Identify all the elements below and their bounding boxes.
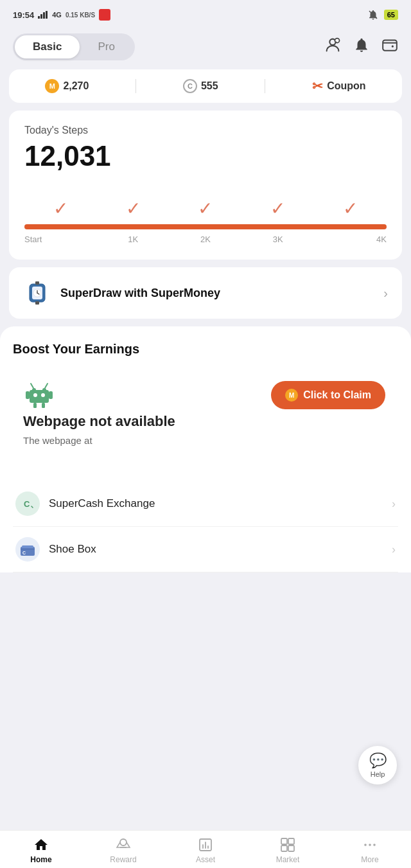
bottom-nav: Home Reward Asset Market More (0, 830, 411, 868)
steps-card: Today's Steps 12,031 ✓ ✓ ✓ ✓ ✓ Start 1K … (9, 111, 402, 260)
m-coins[interactable]: M 2,270 (45, 79, 89, 93)
help-fab[interactable]: 💬 Help (358, 746, 397, 784)
m-value: 2,270 (63, 80, 89, 92)
svg-rect-13 (35, 301, 39, 305)
milestone-labels: Start 1K 2K 3K 4K (24, 235, 387, 244)
android-error-icon (23, 378, 68, 411)
webpage-error-title: Webpage not available (23, 413, 388, 430)
check-1: ✓ (24, 198, 97, 219)
time: 19:54 (13, 10, 34, 20)
svg-rect-39 (288, 846, 294, 851)
nav-asset-label: Asset (196, 855, 215, 864)
c-coin-icon: C (183, 79, 197, 93)
c-coins[interactable]: C 555 (183, 79, 218, 93)
divider-2 (265, 79, 265, 93)
reward-icon (116, 837, 131, 853)
nav-reward[interactable]: Reward (82, 837, 164, 864)
svg-point-18 (42, 388, 46, 392)
data-speed: 0.15 KB/S (66, 12, 95, 19)
help-icon: 💬 (369, 752, 387, 769)
profile-icon[interactable]: + (324, 36, 342, 58)
c-value: 555 (201, 80, 218, 92)
pro-toggle[interactable]: Pro (80, 35, 132, 58)
click-to-claim-button[interactable]: M Click to Claim (271, 381, 385, 409)
wallet-icon[interactable] (381, 37, 398, 57)
superdraw-left: SuperDraw with SuperMoney (23, 279, 220, 307)
status-right: 65 (367, 9, 398, 21)
svg-line-25 (31, 384, 33, 388)
svg-rect-3 (46, 11, 48, 19)
status-left: 19:54 4G 0.15 KB/S (13, 9, 110, 21)
bottom-spacer (0, 572, 411, 630)
superdraw-chevron: › (383, 286, 388, 301)
signal-icon (38, 11, 48, 19)
svg-rect-30 (22, 545, 33, 548)
svg-rect-37 (288, 838, 294, 844)
m-coin-icon: M (45, 79, 59, 93)
notification-mute-icon (367, 9, 379, 21)
webpage-error-text: The webpage at (23, 435, 388, 446)
svg-point-41 (369, 844, 371, 846)
svg-line-26 (45, 384, 48, 388)
supercash-chevron: › (392, 497, 396, 511)
coupon-item[interactable]: ✂ Coupon (312, 78, 365, 94)
svg-text:C: C (24, 499, 30, 509)
plan-toggle[interactable]: Basic Pro (13, 33, 135, 60)
list-item-shoebox[interactable]: C Shoe Box › (13, 527, 398, 572)
rewards-bar: M 2,270 C 555 ✂ Coupon (9, 69, 402, 103)
check-5: ✓ (314, 198, 387, 219)
superdraw-title: SuperDraw with SuperMoney (60, 287, 220, 300)
webpage-error-area: Webpage not available The webpage at M C… (13, 368, 398, 471)
svg-rect-8 (383, 40, 397, 50)
shoebox-chevron: › (392, 543, 396, 556)
svg-point-40 (364, 844, 367, 846)
milestone-3k: 3K (241, 235, 314, 244)
svg-rect-22 (49, 391, 53, 399)
bell-icon[interactable] (353, 37, 370, 57)
nav-market[interactable]: Market (247, 837, 329, 864)
svg-rect-23 (33, 403, 37, 408)
watch-icon (23, 279, 51, 307)
asset-icon (198, 837, 213, 853)
svg-rect-21 (26, 391, 30, 399)
supercash-icon: C (15, 492, 40, 516)
network-type: 4G (52, 11, 62, 19)
basic-toggle[interactable]: Basic (15, 35, 80, 58)
more-icon (362, 837, 378, 853)
svg-point-33 (120, 839, 127, 846)
milestone-1k: 1K (97, 235, 170, 244)
coupon-icon: ✂ (312, 78, 323, 94)
svg-point-17 (32, 388, 36, 392)
header-icons: + (324, 36, 398, 58)
svg-rect-0 (38, 16, 40, 19)
divider-1 (136, 79, 136, 93)
svg-rect-38 (281, 846, 287, 851)
nav-home-label: Home (30, 855, 51, 864)
home-icon (33, 837, 49, 853)
superdraw-card[interactable]: SuperDraw with SuperMoney › (9, 267, 402, 319)
boost-section: Boost Your Earnings Webpage not availabl… (0, 326, 411, 572)
nav-more-label: More (361, 855, 378, 864)
svg-text:+: + (335, 40, 337, 44)
market-icon (280, 837, 295, 853)
boost-title: Boost Your Earnings (13, 342, 398, 357)
nav-home[interactable]: Home (0, 837, 82, 864)
svg-rect-2 (43, 12, 45, 19)
shoebox-icon: C (15, 537, 40, 562)
nav-asset[interactable]: Asset (164, 837, 247, 864)
progress-bar (24, 224, 387, 229)
status-bar: 19:54 4G 0.15 KB/S 65 (0, 0, 411, 28)
header: Basic Pro + (0, 28, 411, 69)
svg-point-19 (33, 393, 37, 397)
progress-fill (24, 224, 387, 229)
svg-rect-1 (40, 14, 42, 19)
steps-label: Today's Steps (24, 125, 387, 136)
steps-count: 12,031 (24, 140, 387, 172)
supercash-label: SuperCash Exchange (49, 497, 383, 510)
list-item-supercash[interactable]: C SuperCash Exchange › (13, 481, 398, 527)
claim-m-icon: M (285, 389, 298, 402)
help-label: Help (371, 770, 385, 778)
nav-more[interactable]: More (329, 837, 411, 864)
svg-rect-12 (35, 281, 39, 285)
nav-reward-label: Reward (110, 855, 136, 864)
